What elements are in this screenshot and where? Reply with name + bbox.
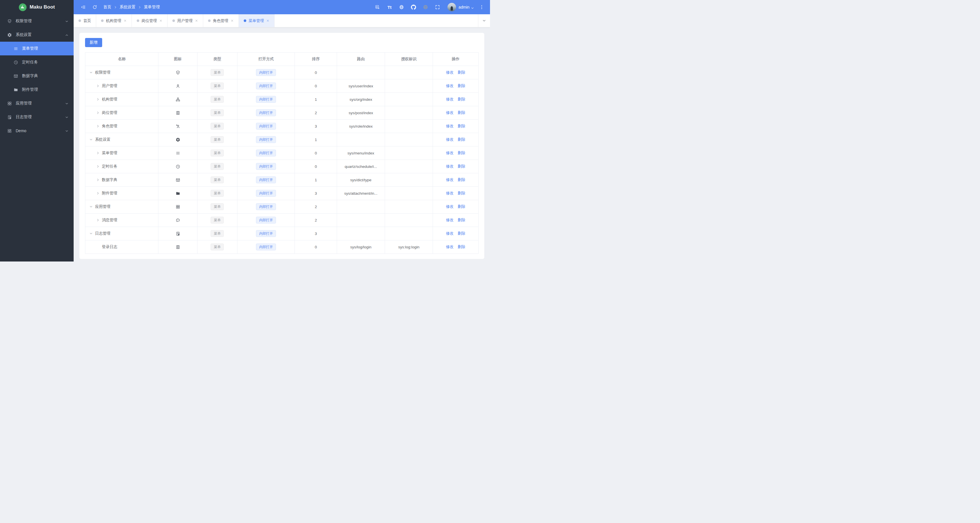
refresh-icon[interactable]: [92, 5, 97, 10]
delete-link[interactable]: 删除: [458, 151, 465, 155]
kebab-menu-icon[interactable]: [479, 5, 484, 10]
chevron-down-icon: [65, 19, 68, 23]
delete-link[interactable]: 删除: [458, 97, 465, 101]
edit-link[interactable]: 修改: [446, 137, 454, 142]
menu-name-cell: 权限管理: [85, 66, 158, 79]
sidebar-item-系统设置[interactable]: 系统设置: [0, 28, 74, 42]
tree-collapsed-caret[interactable]: [96, 191, 100, 195]
menu-perm-cell: [385, 200, 433, 214]
edit-link[interactable]: 修改: [446, 84, 454, 88]
delete-link[interactable]: 删除: [458, 84, 465, 88]
tree-collapsed-caret[interactable]: [96, 84, 100, 88]
add-button[interactable]: 新增: [85, 38, 102, 47]
menu-icon-cell: [158, 160, 197, 173]
sidebar-subitem-定时任务[interactable]: 定时任务: [0, 56, 74, 69]
tree-collapsed-caret[interactable]: [96, 124, 100, 128]
tree-collapsed-caret[interactable]: [96, 218, 100, 222]
menu-perm-cell: [385, 227, 433, 241]
column-header-操作: 操作: [433, 53, 479, 66]
delete-link[interactable]: 删除: [458, 204, 465, 209]
font-size-icon[interactable]: Tt: [387, 5, 392, 10]
tab-首页[interactable]: 首页: [74, 14, 96, 27]
close-icon[interactable]: [266, 19, 269, 22]
edit-link[interactable]: 修改: [446, 164, 454, 168]
tree-expanded-caret[interactable]: [89, 205, 93, 209]
tree-collapsed-caret[interactable]: [96, 151, 100, 155]
chevron-down-icon[interactable]: [471, 6, 474, 9]
delete-link[interactable]: 删除: [458, 191, 465, 195]
delete-link[interactable]: 删除: [458, 124, 465, 128]
delete-link[interactable]: 删除: [458, 231, 465, 236]
breadcrumb-system[interactable]: 系统设置: [119, 5, 135, 10]
tree-collapsed-caret[interactable]: [96, 97, 100, 101]
edit-link[interactable]: 修改: [446, 110, 454, 115]
menu-sort-cell: 2: [295, 214, 337, 227]
sidebar-subitem-附件管理[interactable]: 附件管理: [0, 83, 74, 97]
close-icon[interactable]: [231, 19, 234, 22]
edit-link[interactable]: 修改: [446, 151, 454, 155]
tab-机构管理[interactable]: 机构管理: [96, 14, 132, 27]
close-icon[interactable]: [159, 19, 162, 22]
menu-name: 数据字典: [102, 177, 117, 182]
edit-link[interactable]: 修改: [446, 177, 454, 182]
sidebar-subitem-数据字典[interactable]: 数据字典: [0, 69, 74, 83]
delete-link[interactable]: 删除: [458, 177, 465, 182]
table-icon: [175, 177, 180, 182]
edit-link[interactable]: 修改: [446, 231, 454, 236]
close-icon[interactable]: [124, 19, 127, 22]
open-mode-tag: 内部打开: [256, 83, 276, 89]
user-avatar[interactable]: [447, 3, 456, 11]
menu-route-cell: sys/user/index: [337, 79, 385, 93]
tree-expanded-caret[interactable]: [89, 231, 93, 236]
user-name[interactable]: admin: [458, 5, 469, 10]
sidebar-item-应用管理[interactable]: 应用管理: [0, 97, 74, 110]
close-icon[interactable]: [195, 19, 198, 22]
edit-link[interactable]: 修改: [446, 245, 454, 249]
tree-expanded-caret[interactable]: [89, 70, 93, 75]
gitee-icon[interactable]: [423, 5, 428, 10]
edit-link[interactable]: 修改: [446, 204, 454, 209]
tree-collapsed-caret[interactable]: [96, 111, 100, 115]
delete-link[interactable]: 删除: [458, 110, 465, 115]
sidebar-subitem-菜单管理[interactable]: 菜单管理: [0, 42, 74, 56]
tree-expanded-caret[interactable]: [89, 138, 93, 142]
chevron-down-icon: [65, 115, 68, 119]
menu-route-cell: sys/log/login: [337, 241, 385, 254]
translate-icon[interactable]: [375, 5, 380, 10]
globe-icon[interactable]: [399, 5, 404, 10]
tab-岗位管理[interactable]: 岗位管理: [132, 14, 167, 27]
sidebar-item-日志管理[interactable]: 日志管理: [0, 110, 74, 124]
edit-link[interactable]: 修改: [446, 124, 454, 128]
edit-link[interactable]: 修改: [446, 218, 454, 222]
github-icon[interactable]: [411, 5, 416, 10]
chevron-down-icon: [65, 129, 68, 132]
menu-perm-cell: [385, 147, 433, 160]
tab-菜单管理[interactable]: 菜单管理: [239, 14, 275, 27]
column-header-类型: 类型: [197, 53, 237, 66]
sidebar-item-权限管理[interactable]: 权限管理: [0, 14, 74, 28]
edit-link[interactable]: 修改: [446, 70, 454, 75]
breadcrumb-home[interactable]: 首页: [103, 5, 111, 10]
fullscreen-icon[interactable]: [435, 5, 440, 10]
delete-link[interactable]: 删除: [458, 245, 465, 249]
menu-route-cell: sys/post/index: [337, 106, 385, 120]
sidebar-item-Demo[interactable]: Demo: [0, 124, 74, 138]
collapse-sidebar-icon[interactable]: [81, 5, 86, 10]
delete-link[interactable]: 删除: [458, 137, 465, 142]
edit-link[interactable]: 修改: [446, 97, 454, 101]
content-area: 新增 名称图标类型打开方式排序路由授权标识操作 权限管理菜单内部打开0修改删除用…: [74, 27, 490, 262]
menu-actions-cell: 修改删除: [433, 120, 479, 133]
tab-角色管理[interactable]: 角色管理: [203, 14, 239, 27]
edit-link[interactable]: 修改: [446, 191, 454, 195]
tab-actions-dropdown[interactable]: [478, 14, 490, 27]
menu-route-cell: [337, 214, 385, 227]
tree-collapsed-caret[interactable]: [96, 164, 100, 168]
delete-link[interactable]: 删除: [458, 164, 465, 168]
delete-link[interactable]: 删除: [458, 70, 465, 75]
delete-link[interactable]: 删除: [458, 218, 465, 222]
table-body: 权限管理菜单内部打开0修改删除用户管理菜单内部打开0sys/user/index…: [85, 66, 479, 254]
menu-sort-cell: 0: [295, 66, 337, 79]
tree-collapsed-caret[interactable]: [96, 178, 100, 182]
tab-用户管理[interactable]: 用户管理: [167, 14, 203, 27]
menu-name-cell: 菜单管理: [85, 147, 158, 160]
